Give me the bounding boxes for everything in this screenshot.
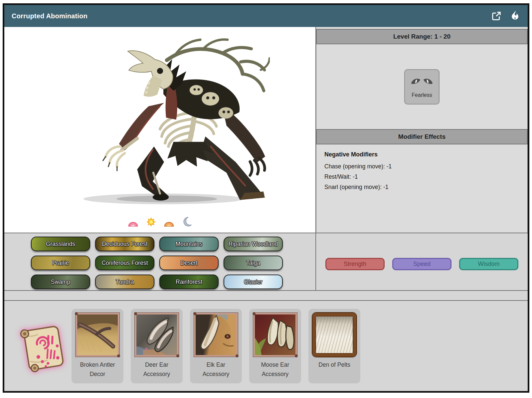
creature-image [50,28,270,211]
title-bar-actions [491,11,520,21]
biome-tundra[interactable]: Tundra [95,275,154,289]
recipe-scroll-icon[interactable] [16,318,72,378]
trait-label: Fearless [412,92,432,98]
drop-card-deer-ear-accessory[interactable]: Deer Ear Accessory [131,309,183,383]
negative-modifiers-title: Negative Modifiers [324,151,519,158]
biome-mountains[interactable]: Mountains [159,237,219,251]
biome-prairie[interactable]: Prairie [31,256,90,270]
stat-strength-button[interactable]: Strength [325,258,385,270]
modifier-line: Rest/Wait: -1 [324,172,519,182]
moose-ear-accessory-image [253,313,297,357]
drop-card-broken-antler-decor[interactable]: Broken Antler Decor [72,309,123,383]
drop-label: Deer Ear Accessory [133,360,180,379]
modifier-effects-header: Modifier Effects [316,129,528,144]
modifier-line: Snarl (opening move): -1 [324,182,519,192]
biome-rainforest[interactable]: Rainforest [159,275,219,289]
enemy-info-window: Corrupted Abomination [3,3,529,393]
menacing-eyes-icon [410,76,434,90]
drop-label: Den of Pelts [311,360,358,369]
stat-speed-button[interactable]: Speed [392,258,451,270]
biome-taiga[interactable]: Taiga [224,256,283,270]
biome-desert[interactable]: Desert [159,256,219,270]
stat-wisdom-button[interactable]: Wisdom [459,258,518,270]
drop-card-elk-ear-accessory[interactable]: Elk Ear Accessory [190,309,242,383]
trait-fearless[interactable]: Fearless [404,69,440,104]
sun-icon [145,217,157,227]
moon-icon [181,217,193,227]
biome-riparian-woodland[interactable]: Riparian Woodland [224,237,283,251]
level-range-header: Level Range: 1 - 20 [316,29,528,44]
deer-ear-accessory-image [135,313,179,357]
biome-stat-band: Grasslands Deciduous Forest Mountains Ri… [4,233,528,290]
biome-coniferous-forest[interactable]: Coniferous Forest [95,256,154,270]
modifier-effects-body: Negative Modifiers Chase (opening move):… [316,144,528,233]
sunset-icon [163,217,175,227]
page-title: Corrupted Abomination [12,12,88,20]
trait-area: Fearless [316,44,528,129]
modifier-line: Chase (opening move): -1 [324,161,519,172]
drop-card-moose-ear-accessory[interactable]: Moose Ear Accessory [249,309,301,383]
stat-area: Strength Speed Wisdom [316,233,528,290]
separator-band [4,290,528,301]
main-panels: Level Range: 1 - 20 Fearless Modifier Ef… [4,27,528,233]
time-of-day-row [4,217,315,227]
flame-icon[interactable] [510,11,520,21]
details-panel: Level Range: 1 - 20 Fearless Modifier Ef… [316,27,528,233]
creature-panel [4,27,316,233]
external-link-icon[interactable] [491,11,502,21]
biome-area: Grasslands Deciduous Forest Mountains Ri… [4,233,316,290]
biome-deciduous-forest[interactable]: Deciduous Forest [95,237,154,251]
elk-ear-accessory-image [194,313,238,357]
biome-glacier[interactable]: Glacier [224,275,283,289]
drop-card-den-of-pelts[interactable]: Den of Pelts [308,309,360,383]
title-bar: Corrupted Abomination [4,5,528,27]
drop-label: Broken Antler Decor [74,360,121,379]
biome-grasslands[interactable]: Grasslands [31,237,90,251]
drops-section: Broken Antler Decor Deer Ear Accessory [4,301,528,391]
drop-label: Elk Ear Accessory [193,360,239,379]
den-of-pelts-image [312,313,356,357]
biome-swamp[interactable]: Swamp [31,275,90,289]
sunrise-icon [127,217,139,227]
drop-label: Moose Ear Accessory [252,360,298,379]
broken-antler-decor-image [76,313,119,357]
